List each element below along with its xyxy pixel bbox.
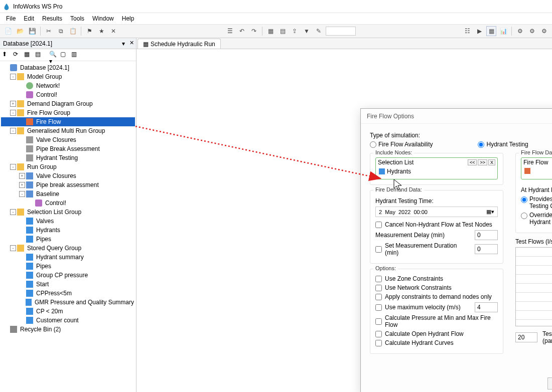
tb-star-icon[interactable]: ★ bbox=[96, 26, 106, 36]
chk-cancel-flow[interactable] bbox=[375, 222, 382, 228]
radio-provides-missing[interactable]: Provides missing values for Hydrant Test… bbox=[521, 195, 552, 210]
tree-expander-icon[interactable]: - bbox=[10, 245, 16, 251]
chk-network[interactable] bbox=[375, 285, 382, 291]
tree-expander-icon[interactable]: - bbox=[10, 209, 16, 215]
chk-calc-open[interactable] bbox=[375, 331, 382, 337]
tb-flag-icon[interactable]: ⚑ bbox=[84, 26, 94, 36]
tree-item[interactable]: Control! bbox=[1, 199, 135, 208]
tree-item[interactable]: -Fire Flow Group bbox=[1, 108, 135, 117]
tree-expander-icon[interactable]: - bbox=[10, 128, 16, 134]
sel-nav-prev-icon[interactable]: << bbox=[468, 159, 477, 165]
tb-close-icon[interactable]: ✕ bbox=[108, 26, 118, 36]
tree-item[interactable]: Valves bbox=[1, 217, 135, 226]
menu-results[interactable]: Results bbox=[38, 14, 66, 23]
tb-filter-icon[interactable]: ▼ bbox=[302, 26, 312, 36]
chk-demand[interactable] bbox=[375, 294, 382, 300]
tb-open-icon[interactable]: 📂 bbox=[15, 26, 25, 36]
tree-item[interactable]: Control! bbox=[1, 90, 135, 99]
test-cases-input[interactable] bbox=[515, 332, 537, 342]
tree-item[interactable]: Start bbox=[1, 280, 135, 289]
tree-expander-icon[interactable]: + bbox=[19, 182, 25, 188]
db-view-icon[interactable]: ▥ bbox=[71, 51, 80, 60]
db-new-icon[interactable]: ▦ bbox=[24, 51, 33, 60]
tb-pen-icon[interactable]: ✎ bbox=[314, 26, 324, 36]
calendar-icon[interactable]: ▦▾ bbox=[486, 209, 494, 215]
tb-layers-icon[interactable]: ☷ bbox=[462, 26, 472, 36]
tree-item[interactable]: +Demand Diagram Group bbox=[1, 99, 135, 108]
tb-new-icon[interactable]: 📄 bbox=[3, 26, 13, 36]
tree-item[interactable]: -Stored Query Group bbox=[1, 244, 135, 253]
tb-export-icon[interactable]: ⇪ bbox=[290, 26, 300, 36]
tb-grid-icon[interactable]: ▤ bbox=[278, 26, 288, 36]
menu-tools[interactable]: Tools bbox=[66, 14, 88, 23]
fire-flow-box[interactable]: Fire Flow >> X bbox=[521, 157, 552, 179]
tree-item[interactable]: -Generalised Multi Run Group bbox=[1, 126, 135, 135]
tree-item[interactable]: -Model Group bbox=[1, 72, 135, 81]
tree-item[interactable]: -Selection List Group bbox=[1, 208, 135, 217]
tree-item[interactable]: Hydrant summary bbox=[1, 253, 135, 262]
set-duration-input[interactable] bbox=[475, 244, 498, 254]
tree-item[interactable]: Fire Flow bbox=[1, 117, 135, 126]
radio-hydrant-testing[interactable]: Hydrant Testing bbox=[478, 141, 528, 148]
tb-dropdown[interactable] bbox=[326, 27, 356, 36]
db-link-icon[interactable]: ▢ bbox=[60, 51, 69, 60]
tb-cut-icon[interactable]: ✂ bbox=[44, 26, 54, 36]
db-tree[interactable]: Database [2024.1]-Model GroupNetwork!Con… bbox=[0, 61, 136, 392]
db-grid-icon[interactable]: ▤ bbox=[35, 51, 44, 60]
menu-help[interactable]: Help bbox=[118, 14, 139, 23]
tree-item[interactable]: Pipes bbox=[1, 262, 135, 271]
menu-file[interactable]: File bbox=[2, 14, 20, 23]
db-up-icon[interactable]: ⬆ bbox=[2, 51, 11, 60]
tree-item[interactable]: Pipes bbox=[1, 235, 135, 244]
chk-calc-pressure[interactable] bbox=[375, 318, 382, 325]
tb-save-icon[interactable]: 💾 bbox=[27, 26, 37, 36]
tb-redo-icon[interactable]: ↷ bbox=[249, 26, 259, 36]
radio-availability[interactable]: Fire Flow Availability bbox=[370, 141, 433, 148]
tb-list-icon[interactable]: ☰ bbox=[225, 26, 235, 36]
tree-item[interactable]: +Pipe break assessment bbox=[1, 180, 135, 189]
db-refresh-icon[interactable]: ⟳ bbox=[13, 51, 22, 60]
tree-item[interactable]: -Baseline bbox=[1, 189, 135, 199]
tree-item[interactable]: Network! bbox=[1, 81, 135, 90]
test-flows-grid[interactable]: ▴ ▾ bbox=[515, 247, 552, 326]
tb-gear3-icon[interactable]: ⚙ bbox=[539, 26, 549, 36]
tree-item[interactable]: Hydrant Testing bbox=[1, 153, 135, 162]
tree-expander-icon[interactable]: - bbox=[19, 191, 25, 197]
ok-button[interactable]: OK bbox=[547, 377, 552, 389]
tb-paste-icon[interactable]: 📋 bbox=[68, 26, 78, 36]
hydrant-time-picker[interactable]: 2 May 2022 00:00 ▦▾ bbox=[375, 207, 498, 217]
tree-item[interactable]: Recycle Bin (2) bbox=[1, 325, 135, 334]
db-panel-pin-icon[interactable]: ▾ bbox=[122, 40, 125, 47]
tree-expander-icon[interactable]: - bbox=[10, 74, 16, 80]
sel-nav-clear-icon[interactable]: X bbox=[488, 159, 495, 165]
selection-list-box[interactable]: Selection List << >> X Hydrants bbox=[375, 157, 498, 179]
tb-chart-icon[interactable]: 📊 bbox=[498, 26, 508, 36]
tree-item[interactable]: Customer count bbox=[1, 316, 135, 325]
tree-item[interactable]: Hydrants bbox=[1, 226, 135, 235]
chk-set-duration[interactable] bbox=[375, 246, 382, 253]
maxvel-input[interactable] bbox=[475, 302, 498, 312]
tb-gear2-icon[interactable]: ⚙ bbox=[527, 26, 537, 36]
chk-maxvel[interactable] bbox=[375, 304, 382, 311]
tree-item[interactable]: GMR Pressure and Quality Summary bbox=[1, 298, 135, 307]
tb-table-icon[interactable]: ▦ bbox=[265, 26, 275, 36]
tree-item[interactable]: Pipe Break Assessment bbox=[1, 144, 135, 153]
tb-undo-icon[interactable]: ↶ bbox=[237, 26, 247, 36]
sel-nav-next-icon[interactable]: >> bbox=[478, 159, 487, 165]
db-panel-close-icon[interactable]: ✕ bbox=[129, 40, 134, 46]
menu-window[interactable]: Window bbox=[88, 14, 118, 23]
tree-expander-icon[interactable]: - bbox=[10, 164, 16, 170]
db-find-icon[interactable]: 🔍▾ bbox=[49, 51, 58, 60]
tree-item[interactable]: -Run Group bbox=[1, 162, 135, 171]
tree-item[interactable]: CP < 20m bbox=[1, 307, 135, 316]
tree-item[interactable]: +Valve Closures bbox=[1, 171, 135, 180]
tb-run-icon[interactable]: ▶ bbox=[474, 26, 484, 36]
tab-schedule-run[interactable]: ▦ Schedule Hydraulic Run bbox=[137, 39, 221, 49]
tree-item[interactable]: Group CP pressure bbox=[1, 271, 135, 280]
radio-overrides[interactable]: Overrides values defined at the Hydrant bbox=[521, 212, 552, 226]
tb-gear1-icon[interactable]: ⚙ bbox=[515, 26, 525, 36]
tb-results-icon[interactable]: ▦ bbox=[486, 26, 496, 36]
tree-expander-icon[interactable]: - bbox=[10, 110, 16, 116]
tree-item[interactable]: Valve Closures bbox=[1, 135, 135, 144]
meas-delay-input[interactable] bbox=[475, 230, 498, 240]
